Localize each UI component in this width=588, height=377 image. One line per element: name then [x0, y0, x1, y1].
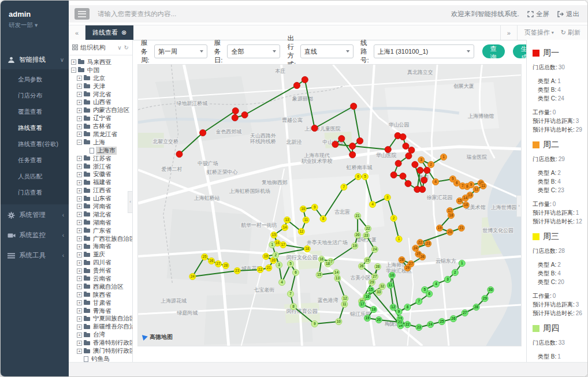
- tree-expander[interactable]: +: [77, 324, 82, 330]
- tree-expander[interactable]: +: [77, 349, 82, 354]
- tree-expander[interactable]: +: [77, 164, 82, 169]
- store-marker-周一[interactable]: [405, 180, 411, 186]
- tree-node[interactable]: +云南省: [71, 275, 132, 283]
- tree-node[interactable]: +四川省: [71, 259, 132, 267]
- logout-button[interactable]: 退出: [557, 10, 579, 18]
- service-day-select[interactable]: 全部: [227, 44, 280, 58]
- tree-expander[interactable]: +: [77, 204, 82, 209]
- store-marker-周一[interactable]: [302, 76, 308, 83]
- tree-expander[interactable]: +: [77, 252, 82, 257]
- sidebar-subitem[interactable]: 任务查看: [1, 152, 69, 169]
- tree-expander[interactable]: +: [77, 268, 82, 274]
- sidebar-subitem[interactable]: 路线查看: [1, 120, 69, 136]
- tree-expander[interactable]: +: [77, 92, 82, 97]
- tree-expander[interactable]: +: [77, 100, 82, 105]
- tree-expander[interactable]: +: [77, 292, 82, 297]
- query-button[interactable]: 查询: [482, 44, 505, 58]
- tree-expander[interactable]: +: [77, 316, 82, 322]
- stats-panel-collapse-handle[interactable]: ›: [516, 195, 521, 217]
- tree-node[interactable]: +安徽省: [71, 170, 132, 178]
- sidebar-subitem[interactable]: 覆盖查看: [1, 104, 69, 120]
- tree-node[interactable]: +内蒙古自治区: [71, 106, 132, 114]
- tree-expander[interactable]: +: [77, 84, 82, 89]
- store-marker-周一[interactable]: [421, 177, 427, 183]
- tree-expander[interactable]: +: [77, 124, 82, 129]
- tree-node[interactable]: +陕西省: [71, 291, 132, 299]
- store-marker-周一[interactable]: [311, 125, 318, 131]
- tree-node[interactable]: +重庆: [71, 251, 132, 259]
- sidebar-subitem[interactable]: 人员匹配: [1, 169, 69, 185]
- tree-expander[interactable]: −: [71, 68, 76, 73]
- tree-expander[interactable]: +: [77, 76, 82, 81]
- tree-node[interactable]: +甘肃省: [71, 299, 132, 307]
- tree-expander[interactable]: +: [77, 236, 82, 241]
- tree-node[interactable]: +湖南省: [71, 219, 132, 227]
- store-marker-周一[interactable]: [395, 160, 401, 166]
- store-marker-周一[interactable]: [241, 111, 248, 118]
- tree-expander[interactable]: +: [77, 220, 82, 225]
- tree-node[interactable]: +山东省: [71, 195, 132, 203]
- sidebar-subitem[interactable]: 门店分布: [1, 88, 69, 104]
- store-marker-周一[interactable]: [424, 167, 430, 173]
- sidebar-item-system-tools[interactable]: 系统工具 ‹: [1, 246, 69, 265]
- tree-node[interactable]: +广西壮族自治区: [71, 235, 132, 243]
- sidebar-subitem[interactable]: 门店查看: [1, 185, 69, 201]
- sidebar-subitem[interactable]: 路线查看(谷歌): [1, 136, 69, 152]
- store-marker-周一[interactable]: [200, 129, 206, 136]
- store-marker-周一[interactable]: [349, 143, 356, 149]
- tree-expander[interactable]: +: [77, 156, 82, 161]
- user-profile[interactable]: admin 研发一部 ▾: [1, 1, 69, 35]
- service-week-select[interactable]: 第一周: [154, 44, 207, 58]
- tabs-scroll-left-button[interactable]: «: [69, 25, 85, 40]
- store-marker-周一[interactable]: [357, 137, 363, 144]
- tree-node[interactable]: −中国: [71, 66, 132, 74]
- sidebar-item-system-monitor[interactable]: 系统监控 ‹: [1, 226, 69, 245]
- store-marker-周一[interactable]: [400, 173, 406, 179]
- tree-node[interactable]: +江苏省: [71, 155, 132, 163]
- tree-node[interactable]: +新疆维吾尔自治区: [71, 323, 132, 331]
- store-marker-周一[interactable]: [351, 103, 357, 109]
- department-dropdown[interactable]: 研发一部 ▾: [9, 21, 62, 29]
- sidebar-item-system-admin[interactable]: 系统管理 ‹: [1, 206, 69, 225]
- tree-node[interactable]: +浙江省: [71, 163, 132, 171]
- tree-refresh-icon[interactable]: ↻: [124, 44, 129, 51]
- store-marker-周一[interactable]: [232, 107, 239, 114]
- tabs-scroll-right-button[interactable]: »: [500, 25, 517, 40]
- tab-actions-dropdown[interactable]: 页签操作 ▾: [524, 28, 554, 37]
- search-input[interactable]: 请输入您需要查找的内容...: [98, 10, 451, 18]
- tree-node[interactable]: +海南省: [71, 242, 132, 251]
- tree-node[interactable]: +马来西亚: [71, 58, 132, 66]
- tree-expander[interactable]: +: [77, 308, 82, 313]
- tree-expander[interactable]: +: [77, 333, 82, 338]
- tree-node[interactable]: +山西省: [71, 98, 132, 106]
- tree-node[interactable]: +西藏自治区: [71, 283, 132, 291]
- tree-node[interactable]: 上海市: [71, 147, 132, 155]
- store-marker-周一[interactable]: [400, 133, 406, 140]
- tree-expander[interactable]: +: [77, 116, 82, 121]
- store-marker-周一[interactable]: [412, 161, 418, 167]
- tree-expander[interactable]: +: [77, 196, 82, 201]
- tree-expander[interactable]: +: [77, 300, 82, 305]
- refresh-button[interactable]: ↻刷新: [561, 28, 580, 37]
- tree-node[interactable]: +宁夏回族自治区: [71, 315, 132, 323]
- tree-node[interactable]: +青海省: [71, 307, 132, 315]
- tree-expander[interactable]: +: [77, 341, 82, 346]
- tree-node[interactable]: +吉林省: [71, 122, 132, 130]
- store-marker-周一[interactable]: [349, 151, 356, 158]
- tree-expander[interactable]: −: [77, 140, 82, 145]
- fullscreen-button[interactable]: 全屏: [527, 10, 549, 18]
- tree-expander[interactable]: +: [77, 108, 82, 113]
- tree-node[interactable]: +黑龙江省: [71, 130, 132, 139]
- tree-expander[interactable]: +: [77, 172, 82, 177]
- menu-toggle-button[interactable]: [75, 8, 90, 20]
- tree-expander[interactable]: +: [77, 188, 82, 193]
- tree-expander[interactable]: +: [77, 244, 82, 249]
- tree-node[interactable]: +河北省: [71, 91, 132, 99]
- store-marker-周一[interactable]: [390, 171, 397, 178]
- tree-node[interactable]: +香港特别行政区: [71, 339, 132, 347]
- tree-node[interactable]: −上海: [71, 139, 132, 147]
- store-marker-周一[interactable]: [417, 167, 423, 173]
- store-marker-周一[interactable]: [403, 143, 409, 149]
- sidebar-subitem[interactable]: 全局参数: [1, 72, 69, 88]
- store-marker-周一[interactable]: [419, 186, 426, 192]
